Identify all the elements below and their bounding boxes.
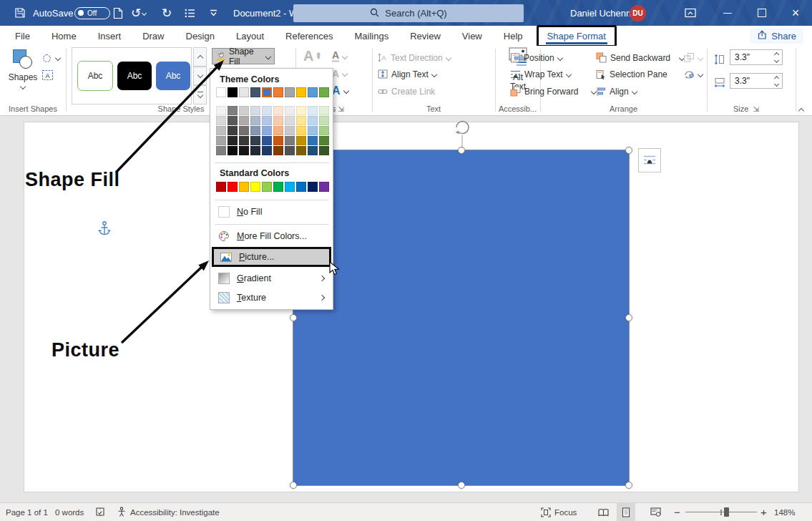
theme-color-swatch[interactable] (308, 87, 318, 97)
shape-style-option-2[interactable]: Abc (117, 62, 152, 90)
standard-color-swatch[interactable] (273, 182, 283, 192)
theme-variant-swatch[interactable] (308, 146, 318, 155)
theme-variant-swatch[interactable] (250, 136, 260, 145)
theme-variant-swatch[interactable] (273, 116, 283, 125)
tab-mailings[interactable]: Mailings (344, 26, 400, 46)
zoom-in-button[interactable]: + (760, 503, 767, 521)
theme-variant-swatch[interactable] (250, 106, 260, 115)
proofing-icon[interactable] (95, 503, 105, 521)
theme-variant-swatch[interactable] (296, 116, 306, 125)
zoom-level[interactable]: 148% (774, 503, 795, 521)
theme-variant-swatch[interactable] (285, 136, 295, 145)
theme-color-swatch[interactable] (228, 87, 238, 97)
standard-color-swatch[interactable] (262, 182, 272, 192)
focus-button[interactable]: Focus (541, 503, 577, 521)
menu-item-picture[interactable]: Picture... (212, 247, 331, 267)
theme-variant-swatch[interactable] (273, 136, 283, 145)
standard-color-swatch[interactable] (285, 182, 295, 192)
position-button[interactable]: Position (510, 50, 562, 65)
theme-variant-swatch[interactable] (216, 146, 226, 155)
menu-item-texture[interactable]: Texture (212, 288, 331, 308)
theme-variant-swatch[interactable] (239, 106, 249, 115)
theme-color-swatch[interactable] (273, 87, 283, 97)
shape-fill-button[interactable]: Shape Fill (212, 48, 275, 64)
tab-view[interactable]: View (451, 26, 493, 46)
text-direction-button[interactable]: A Text Direction (378, 50, 451, 65)
standard-color-swatch[interactable] (216, 182, 226, 192)
edit-shape-button[interactable] (41, 50, 60, 65)
theme-variant-swatch[interactable] (308, 116, 318, 125)
shape-width-input[interactable]: 3.3" (730, 73, 783, 89)
share-button[interactable]: Share (750, 28, 803, 44)
wordart-quick-style-icon[interactable]: A✎ (303, 49, 322, 64)
page-indicator[interactable]: Page 1 of 1 (6, 503, 48, 521)
theme-variant-swatch[interactable] (273, 106, 283, 115)
theme-variant-swatch[interactable] (296, 146, 306, 155)
theme-variant-swatch[interactable] (262, 116, 272, 125)
theme-variant-swatch[interactable] (262, 136, 272, 145)
group-objects-button[interactable] (683, 50, 703, 65)
theme-variant-swatch[interactable] (319, 126, 329, 135)
shape-height-input[interactable]: 3.3" (730, 49, 783, 65)
gallery-more-icon[interactable] (193, 85, 207, 104)
theme-variant-swatch[interactable] (239, 136, 249, 145)
gallery-scroll-down-icon[interactable] (193, 67, 207, 86)
resize-handle-bottom-center[interactable] (458, 482, 465, 489)
accessibility-status[interactable]: Accessibility: Investigate (117, 503, 220, 521)
shape-style-option-1[interactable]: Abc (77, 61, 113, 91)
theme-variant-swatch[interactable] (296, 126, 306, 135)
web-layout-button[interactable] (646, 503, 665, 521)
resize-handle-bottom-right[interactable] (625, 482, 632, 489)
quick-access-more-icon[interactable] (210, 0, 217, 26)
standard-color-swatch[interactable] (228, 182, 238, 192)
theme-variant-swatch[interactable] (228, 106, 238, 115)
height-spinner[interactable] (775, 53, 782, 62)
search-input[interactable]: Search (Alt+Q) (293, 4, 524, 22)
theme-variant-swatch[interactable] (296, 136, 306, 145)
theme-variant-swatch[interactable] (262, 106, 272, 115)
tab-file[interactable]: File (4, 26, 41, 46)
theme-variant-swatch[interactable] (239, 126, 249, 135)
theme-variant-swatch[interactable] (216, 116, 226, 125)
theme-variant-swatch[interactable] (250, 116, 260, 125)
zoom-slider-thumb[interactable] (724, 507, 729, 517)
theme-variant-swatch[interactable] (239, 116, 249, 125)
selected-rectangle-shape[interactable] (293, 150, 629, 485)
redo-button[interactable]: ↻ (162, 0, 172, 26)
tab-references[interactable]: References (275, 26, 343, 46)
theme-variant-swatch[interactable] (262, 126, 272, 135)
user-name[interactable]: Daniel Uchenna (570, 0, 637, 26)
resize-handle-middle-right[interactable] (625, 314, 632, 321)
tab-insert[interactable]: Insert (87, 26, 132, 46)
autosave-toggle[interactable]: Off (74, 0, 110, 26)
theme-variant-swatch[interactable] (319, 116, 329, 125)
resize-handle-middle-left[interactable] (290, 314, 297, 321)
standard-color-swatch[interactable] (308, 182, 318, 192)
standard-color-swatch[interactable] (296, 182, 306, 192)
theme-color-swatch[interactable] (239, 87, 249, 97)
theme-variant-swatch[interactable] (262, 146, 272, 155)
maximize-button[interactable] (750, 0, 774, 26)
align-button[interactable]: Align (596, 84, 637, 99)
bullet-list-icon[interactable] (185, 0, 195, 26)
theme-variant-swatch[interactable] (308, 106, 318, 115)
word-count[interactable]: 0 words (55, 503, 84, 521)
theme-variant-swatch[interactable] (216, 136, 226, 145)
rotate-handle[interactable] (453, 117, 471, 151)
theme-variant-swatch[interactable] (216, 106, 226, 115)
theme-color-swatch[interactable] (296, 87, 306, 97)
width-spinner[interactable] (775, 77, 782, 86)
align-text-button[interactable]: Align Text (378, 67, 436, 82)
new-document-icon[interactable] (112, 0, 123, 26)
theme-variant-swatch[interactable] (285, 116, 295, 125)
shapes-button[interactable]: Shapes (6, 49, 40, 89)
tab-help[interactable]: Help (493, 26, 534, 46)
text-fill-button[interactable]: A (332, 49, 347, 64)
theme-variant-swatch[interactable] (285, 106, 295, 115)
theme-color-swatch[interactable] (216, 87, 226, 97)
shape-style-option-3[interactable]: Abc (156, 62, 190, 90)
theme-color-swatch[interactable] (319, 87, 329, 97)
theme-color-swatch[interactable] (262, 87, 272, 97)
wrap-text-button[interactable]: Wrap Text (510, 67, 571, 82)
theme-variant-swatch[interactable] (319, 146, 329, 155)
